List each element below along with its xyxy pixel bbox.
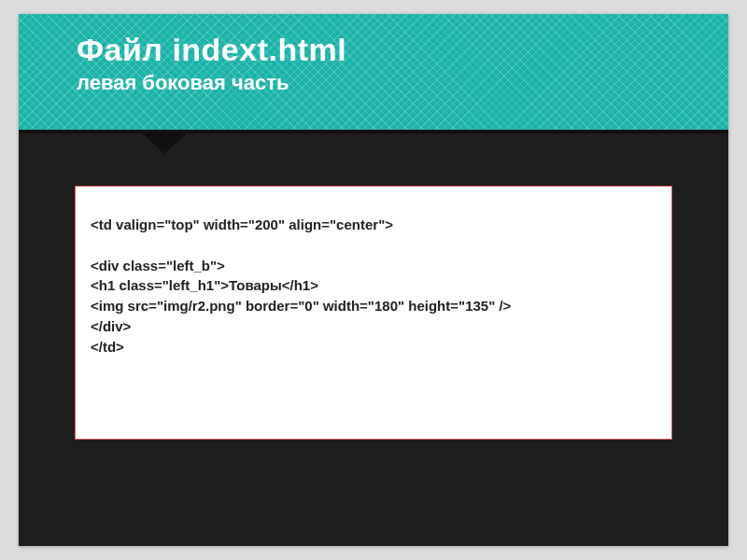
slide-header: Файл indext.html левая боковая часть (19, 14, 728, 133)
slide-frame: Файл indext.html левая боковая часть <td… (19, 14, 728, 546)
slide-subtitle: левая боковая часть (77, 71, 728, 95)
code-box: <td valign="top" width="200" align="cent… (75, 186, 672, 440)
code-content: <td valign="top" width="200" align="cent… (91, 215, 656, 357)
slide-title: Файл indext.html (77, 33, 728, 67)
header-notch-icon (138, 130, 190, 154)
slide-body: Файл indext.html левая боковая часть <td… (19, 14, 728, 546)
